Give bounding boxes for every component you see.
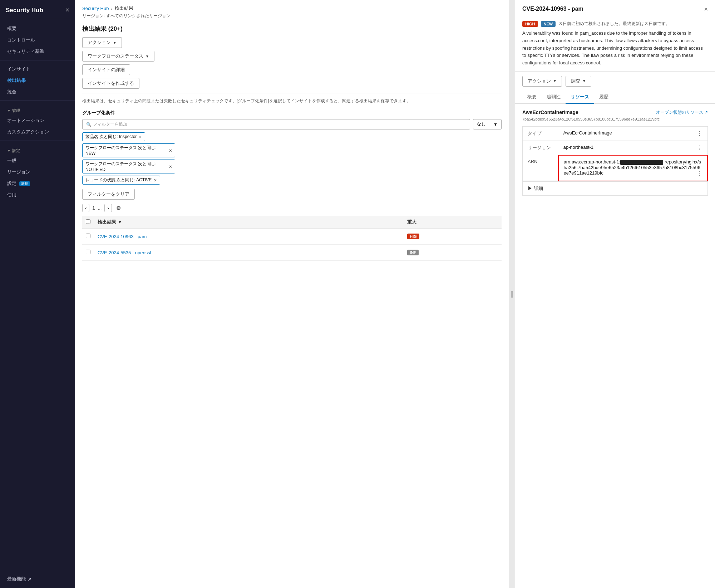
sidebar-item-integration[interactable]: 統合: [0, 86, 75, 98]
sidebar-close-button[interactable]: ×: [65, 6, 69, 14]
pagination-ellipsis: ...: [98, 205, 102, 211]
insight-detail-button[interactable]: インサイトの詳細: [82, 64, 130, 75]
resource-label-region: リージョン: [523, 141, 558, 155]
detail-header: CVE-2024-10963 - pam ×: [515, 0, 715, 17]
sidebar-item-settings-new[interactable]: 設定 新規: [0, 178, 75, 189]
detail-action-caret-icon: ▼: [553, 79, 557, 83]
sidebar-item-security-standards[interactable]: セキュリティ基準: [0, 46, 75, 57]
detail-investigate-button[interactable]: 調査 ▼: [566, 76, 591, 87]
row1-checkbox[interactable]: [86, 234, 90, 238]
findings-panel: Security Hub › 検出結果 リージョン: すべてのリンクされたリージ…: [75, 0, 509, 588]
resource-value-arn: arn:aws:ecr:ap-northeast-1: :repository/…: [558, 155, 708, 181]
filter-workflow-new-remove[interactable]: ×: [169, 148, 172, 153]
row2-finding-link[interactable]: CVE-2024-5535 - openssl: [98, 250, 151, 255]
table-row: CVE-2024-5535 - openssl INF: [82, 245, 502, 261]
sidebar-item-insights[interactable]: インサイト: [0, 63, 75, 75]
sidebar-item-regions[interactable]: リージョン: [0, 166, 75, 178]
resource-header: AwsEcrContainerImage オープン状態のリソース ↗: [522, 109, 708, 116]
action-buttons: アクション ▼ ワークフローのステータス ▼ インサイトの詳細 インサイトを作成…: [82, 37, 502, 89]
workflow-status-button[interactable]: ワークフローのステータス ▼: [82, 51, 154, 62]
panel-divider[interactable]: ‖: [509, 0, 515, 588]
detail-tabs: 概要 脆弱性 リソース 履歴: [515, 91, 715, 104]
row2-severity-badge: INF: [407, 250, 419, 255]
create-insight-button[interactable]: インサイトを作成する: [82, 78, 139, 89]
pagination-next[interactable]: ›: [104, 204, 112, 212]
row2-checkbox[interactable]: [86, 250, 90, 254]
sidebar-nav: 概要 コントロール セキュリティ基準 インサイト 検出結果 統合 ▼ 管理 オー…: [0, 19, 75, 572]
management-arrow-icon: ▼: [7, 109, 11, 113]
resource-region-menu-icon[interactable]: ⋮: [697, 144, 702, 151]
resource-link-icon: ↗: [704, 110, 708, 115]
resource-row-region: リージョン ap-northeast-1 ⋮: [523, 141, 708, 155]
row1-severity-badge: HIG: [407, 234, 419, 239]
badge-time: ３日前に初めて検出されました。最終更新は３日前です。: [558, 21, 670, 27]
detail-action-button[interactable]: アクション ▼: [522, 76, 562, 87]
sidebar-title: Security Hub: [6, 7, 43, 14]
detail-actions: アクション ▼ 調査 ▼: [515, 72, 715, 91]
breadcrumb-security-hub-link[interactable]: Security Hub: [82, 6, 109, 11]
table-finding-sort-icon[interactable]: ▼: [118, 219, 122, 225]
settings-new-badge: 新規: [19, 181, 30, 186]
detail-badges: HIGH NEW ３日前に初めて検出されました。最終更新は３日前です。: [515, 17, 715, 27]
resource-id: 7ba542bde95e6523a4b126f610553e3657b8108b…: [522, 117, 708, 121]
sidebar-item-automation[interactable]: オートメーション: [0, 115, 75, 126]
search-icon: 🔍: [86, 122, 92, 127]
table-header-checkbox: [82, 216, 94, 229]
table-row: CVE-2024-10963 - pam HIG: [82, 229, 502, 245]
table-header-severity: 重大: [404, 216, 502, 229]
sidebar-item-general[interactable]: 一般: [0, 155, 75, 166]
resource-row-type: タイプ AwsEcrContainerImage ⋮: [523, 126, 708, 141]
filter-input[interactable]: 🔍 フィルターを追加: [82, 119, 470, 129]
tab-vulnerability[interactable]: 脆弱性: [542, 91, 566, 104]
sidebar-section-settings: ▼ 設定: [0, 144, 75, 155]
select-caret-icon: ▼: [493, 122, 498, 127]
breadcrumb: Security Hub › 検出結果: [82, 5, 502, 11]
filter-workflow-notified-remove[interactable]: ×: [169, 164, 172, 170]
sidebar-item-custom-actions[interactable]: カスタムアクション: [0, 126, 75, 138]
resource-row-arn: ARN arn:aws:ecr:ap-northeast-1: :reposit…: [523, 155, 708, 181]
resource-label-arn: ARN: [523, 155, 558, 181]
tab-history[interactable]: 履歴: [594, 91, 613, 104]
group-label: グループ化条件: [82, 110, 502, 116]
tab-resources[interactable]: リソース: [566, 91, 594, 104]
sidebar-item-findings[interactable]: 検出結果: [0, 75, 75, 86]
workflow-caret-icon: ▼: [146, 54, 149, 58]
row2-severity-cell: INF: [404, 245, 502, 261]
breadcrumb-bar: Security Hub › 検出結果 リージョン: すべてのリンクされたリージ…: [75, 0, 509, 19]
resource-row-details: ▶ 詳細: [523, 181, 708, 196]
filter-product-remove[interactable]: ×: [139, 134, 142, 140]
row1-title-cell: CVE-2024-10963 - pam: [94, 229, 404, 245]
sidebar-header: Security Hub ×: [0, 0, 75, 19]
resource-name: AwsEcrContainerImage: [522, 109, 578, 115]
pagination-prev[interactable]: ‹: [82, 204, 89, 212]
action-button[interactable]: アクション ▼: [82, 37, 122, 48]
resource-open-link[interactable]: オープン状態のリソース ↗: [656, 109, 708, 116]
sidebar-bottom: 最新機能 ↗: [0, 572, 75, 588]
sidebar-item-overview[interactable]: 概要: [0, 23, 75, 34]
sidebar-latest-features[interactable]: 最新機能 ↗: [7, 576, 68, 582]
detail-panel: CVE-2024-10963 - pam × HIGH NEW ３日前に初めて検…: [515, 0, 715, 588]
action-caret-icon: ▼: [113, 41, 117, 45]
tab-overview[interactable]: 概要: [522, 91, 542, 104]
select-all-checkbox[interactable]: [86, 219, 90, 224]
group-section: グループ化条件 🔍 フィルターを追加 なし ▼ 製品名 次と同じ: Inspec…: [82, 110, 502, 200]
detail-close-button[interactable]: ×: [704, 6, 708, 13]
resource-label-type: タイプ: [523, 126, 558, 141]
pagination-settings-icon[interactable]: ⚙: [116, 205, 121, 211]
breadcrumb-separator: ›: [111, 6, 112, 11]
filter-tag-workflow-new: ワークフローのステータス 次と同じ: NEW ×: [82, 143, 175, 157]
arn-redacted-bar: [620, 160, 663, 165]
detail-investigate-caret-icon: ▼: [582, 79, 586, 83]
clear-filters-button[interactable]: フィルターをクリア: [82, 189, 135, 200]
row1-severity-cell: HIG: [404, 229, 502, 245]
sidebar-item-usage[interactable]: 使用: [0, 189, 75, 201]
row1-checkbox-cell: [82, 229, 94, 245]
filter-record-active-remove[interactable]: ×: [154, 177, 157, 183]
row2-title-cell: CVE-2024-5535 - openssl: [94, 245, 404, 261]
group-select[interactable]: なし ▼: [473, 119, 502, 129]
sidebar-item-controls[interactable]: コントロール: [0, 34, 75, 46]
resource-arn-menu-icon[interactable]: ⋮: [696, 170, 702, 177]
row1-finding-link[interactable]: CVE-2024-10963 - pam: [98, 234, 147, 239]
resource-type-menu-icon[interactable]: ⋮: [697, 130, 702, 137]
resource-details-expander[interactable]: ▶ 詳細: [523, 181, 707, 195]
